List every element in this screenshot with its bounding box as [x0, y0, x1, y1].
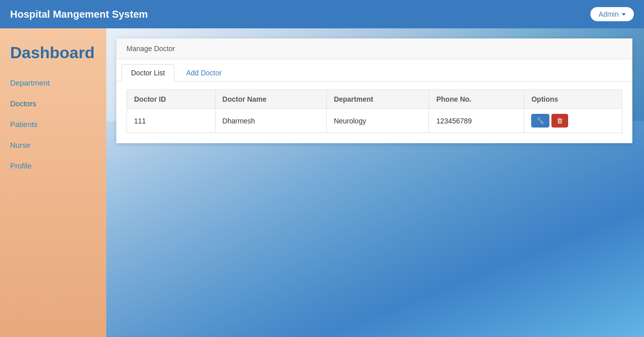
col-phone: Phone No. — [429, 90, 524, 109]
doctor-table: Doctor ID Doctor Name Department Phone N… — [126, 90, 622, 133]
edit-button[interactable]: 🔧 — [531, 114, 549, 128]
admin-dropdown-button[interactable]: Admin — [590, 7, 634, 21]
trash-icon: 🗑 — [556, 117, 563, 124]
cell-options: 🔧🗑 — [524, 109, 622, 133]
col-doctor-id: Doctor ID — [127, 90, 216, 109]
delete-button[interactable]: 🗑 — [551, 114, 568, 128]
app-title: Hospital Mangement System — [10, 9, 148, 20]
col-doctor-name: Doctor Name — [215, 90, 326, 109]
sidebar-item-patients[interactable]: Patients — [0, 114, 106, 135]
table-header-row: Doctor ID Doctor Name Department Phone N… — [127, 90, 622, 109]
tab-add-doctor[interactable]: Add Doctor — [177, 64, 231, 81]
chevron-down-icon — [622, 13, 626, 16]
col-department: Department — [326, 90, 429, 109]
table-row: 111DharmeshNeurology123456789🔧🗑 — [127, 109, 622, 133]
cell-doctor-name: Dharmesh — [215, 109, 326, 133]
manage-panel-header: Manage Doctor — [116, 38, 632, 59]
cell-doctor-id: 111 — [127, 109, 216, 133]
admin-label: Admin — [598, 10, 619, 18]
navbar: Hospital Mangement System Admin — [0, 0, 644, 28]
cell-department: Neurology — [326, 109, 429, 133]
sidebar-item-doctors[interactable]: Doctors — [0, 93, 106, 114]
table-container: Doctor ID Doctor Name Department Phone N… — [116, 81, 632, 143]
tab-doctor-list[interactable]: Doctor List — [121, 64, 175, 81]
tabs-container: Doctor List Add Doctor — [116, 59, 632, 81]
cell-phone: 123456789 — [429, 109, 524, 133]
sidebar-title: Dashboard — [0, 38, 106, 72]
main-layout: Dashboard Department Doctors Patients Nu… — [0, 28, 644, 337]
sidebar-item-department[interactable]: Department — [0, 72, 106, 93]
wrench-icon: 🔧 — [536, 117, 544, 124]
sidebar-item-nurse[interactable]: Nurse — [0, 135, 106, 155]
sidebar-item-profile[interactable]: Profile — [0, 155, 106, 176]
col-options: Options — [524, 90, 622, 109]
manage-panel: Manage Doctor Doctor List Add Doctor Doc… — [116, 38, 632, 143]
sidebar: Dashboard Department Doctors Patients Nu… — [0, 28, 106, 337]
content-area: Manage Doctor Doctor List Add Doctor Doc… — [106, 28, 644, 337]
